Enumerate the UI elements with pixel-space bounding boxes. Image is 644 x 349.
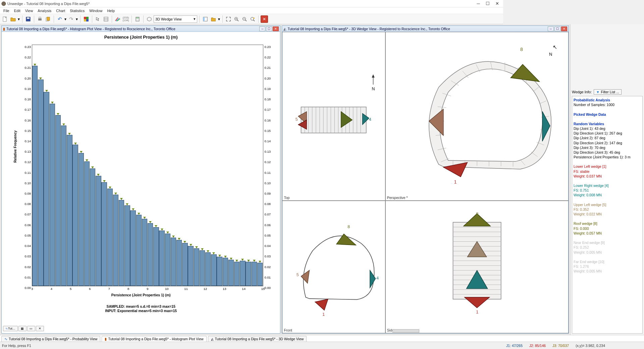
view-selector-label: 3D Wedge View bbox=[155, 17, 181, 21]
chart-title: Persistence (Joint Properties 1) (m) bbox=[4, 35, 277, 40]
mdi-minimize-button[interactable]: ─ bbox=[259, 27, 265, 31]
wedge3d-window: ◭ Tutorial 08 Importing a Dips File.weg5… bbox=[282, 26, 503, 272]
menu-edit[interactable]: Edit bbox=[12, 8, 22, 13]
mdi-maximize-button[interactable]: ☐ bbox=[266, 27, 272, 31]
window-close-button[interactable]: ✕ bbox=[492, 0, 502, 7]
undo-icon[interactable]: ↶ bbox=[56, 15, 63, 23]
svg-rect-19 bbox=[136, 17, 139, 18]
stats-count-icon[interactable]: (233)(134) bbox=[122, 15, 129, 23]
view-top[interactable]: N 5 bbox=[282, 32, 385, 201]
workspace: ▮ Tutorial 08 Importing a Dips File.weg5… bbox=[0, 24, 503, 272]
redo-dropdown-icon[interactable]: ▾ bbox=[75, 15, 78, 23]
undo-dropdown-icon[interactable]: ▾ bbox=[64, 15, 67, 23]
mdi-close-button[interactable]: ✕ bbox=[273, 27, 279, 31]
chart-plot-area: 0.000.000.010.010.020.020.030.030.040.04… bbox=[32, 45, 263, 272]
svg-rect-8 bbox=[84, 17, 86, 19]
print-icon[interactable] bbox=[36, 15, 44, 23]
y-axis-label: Relative Frequency bbox=[13, 131, 17, 163]
window-minimize-button[interactable]: ─ bbox=[474, 0, 483, 7]
wedge-window-icon: ◭ bbox=[283, 27, 286, 31]
view-top-label: Top bbox=[284, 196, 289, 200]
menu-window[interactable]: Window bbox=[87, 8, 104, 13]
svg-rect-11 bbox=[86, 19, 89, 21]
svg-rect-5 bbox=[39, 17, 41, 18]
panel-left-icon[interactable] bbox=[202, 15, 209, 23]
chevron-down-icon: ▾ bbox=[194, 17, 196, 21]
wedge3d-body: N 5 bbox=[282, 32, 503, 272]
svg-text:1: 1 bbox=[454, 179, 457, 185]
svg-marker-33 bbox=[372, 74, 375, 78]
histogram-window-titlebar[interactable]: ▮ Tutorial 08 Importing a Dips File.weg5… bbox=[2, 26, 280, 32]
menu-help[interactable]: Help bbox=[105, 8, 117, 13]
panel-dropdown-icon[interactable]: ▾ bbox=[218, 15, 220, 23]
svg-line-27 bbox=[245, 20, 247, 21]
copy-icon[interactable] bbox=[44, 15, 52, 23]
svg-rect-9 bbox=[86, 17, 89, 19]
histogram-window: ▮ Tutorial 08 Importing a Dips File.weg5… bbox=[1, 26, 280, 272]
svg-rect-35 bbox=[301, 107, 366, 133]
open-file-icon[interactable] bbox=[9, 15, 17, 23]
view-perspective[interactable]: ↖N bbox=[385, 32, 503, 201]
svg-point-31 bbox=[253, 17, 255, 19]
svg-rect-7 bbox=[47, 17, 50, 20]
menu-chart[interactable]: Chart bbox=[54, 8, 67, 13]
window-titlebar: Unwedge - Tutorial 08 Importing a Dips F… bbox=[0, 0, 503, 7]
svg-line-30 bbox=[253, 20, 255, 21]
svg-line-23 bbox=[237, 20, 238, 21]
chart-window-icon: ▮ bbox=[3, 27, 5, 31]
menu-view[interactable]: View bbox=[23, 8, 35, 13]
window-maximize-button[interactable]: ☐ bbox=[483, 0, 492, 7]
view-perspective-label: Perspective * bbox=[387, 196, 408, 200]
app-icon bbox=[1, 1, 6, 6]
open-dropdown-icon[interactable]: ▾ bbox=[17, 15, 20, 23]
redo-icon[interactable]: ↷ bbox=[67, 15, 75, 23]
zoom-extents-icon[interactable] bbox=[225, 15, 232, 23]
menu-analysis[interactable]: Analysis bbox=[36, 8, 53, 13]
new-file-icon[interactable] bbox=[1, 15, 9, 23]
menu-bar: File Edit View Analysis Chart Statistics… bbox=[0, 7, 503, 14]
view-selector-combo[interactable]: 3D Wedge View▾ bbox=[154, 15, 197, 23]
svg-text:N: N bbox=[372, 87, 375, 91]
joints-icon[interactable] bbox=[114, 15, 121, 23]
menu-statistics[interactable]: Statistics bbox=[68, 8, 87, 13]
main-toolbar: ▾ ↶ ▾ ↷ ▾ (233)(134) 3D Wedge View▾ ▾ ✕ bbox=[0, 14, 503, 24]
save-icon[interactable] bbox=[24, 15, 32, 23]
histogram-chart: Persistence (Joint Properties 1) (m) Rel… bbox=[4, 35, 277, 272]
svg-text:8: 8 bbox=[476, 211, 478, 216]
svg-text:4: 4 bbox=[369, 117, 372, 122]
view-side[interactable]: 8 1 Side bbox=[385, 201, 503, 272]
svg-point-0 bbox=[2, 2, 6, 6]
svg-rect-3 bbox=[27, 17, 30, 19]
calculator-icon[interactable] bbox=[134, 15, 141, 23]
zoom-target-icon[interactable] bbox=[249, 15, 256, 23]
grid-color-icon[interactable] bbox=[83, 15, 90, 23]
svg-rect-4 bbox=[38, 18, 42, 20]
zoom-out-icon[interactable] bbox=[241, 15, 248, 23]
histogram-window-title: Tutorial 08 Importing a Dips File.weg5* … bbox=[6, 27, 175, 31]
svg-text:5: 5 bbox=[296, 117, 298, 122]
3d-view-icon[interactable] bbox=[146, 15, 153, 23]
svg-rect-21 bbox=[203, 17, 205, 21]
wedge3d-window-titlebar[interactable]: ◭ Tutorial 08 Importing a Dips File.weg5… bbox=[282, 26, 503, 32]
svg-rect-10 bbox=[84, 19, 86, 21]
histogram-body: Persistence (Joint Properties 1) (m) Rel… bbox=[2, 32, 280, 272]
svg-rect-12 bbox=[104, 17, 108, 21]
wedge3d-window-title: Tutorial 08 Importing a Dips File.weg5* … bbox=[287, 27, 450, 31]
view-front[interactable]: 5 4 8 1 Front bbox=[282, 201, 385, 272]
mdi-area: ▮ Tutorial 08 Importing a Dips File.weg5… bbox=[0, 24, 503, 272]
menu-file[interactable]: File bbox=[1, 8, 11, 13]
close-view-icon[interactable]: ✕ bbox=[261, 15, 268, 23]
pointer-icon[interactable] bbox=[94, 15, 102, 23]
zoom-in-icon[interactable] bbox=[233, 15, 240, 23]
table-icon[interactable] bbox=[102, 15, 110, 23]
panel-options-icon[interactable] bbox=[210, 15, 217, 23]
window-title: Unwedge - Tutorial 08 Importing a Dips F… bbox=[7, 2, 474, 6]
svg-text:8: 8 bbox=[348, 225, 350, 229]
